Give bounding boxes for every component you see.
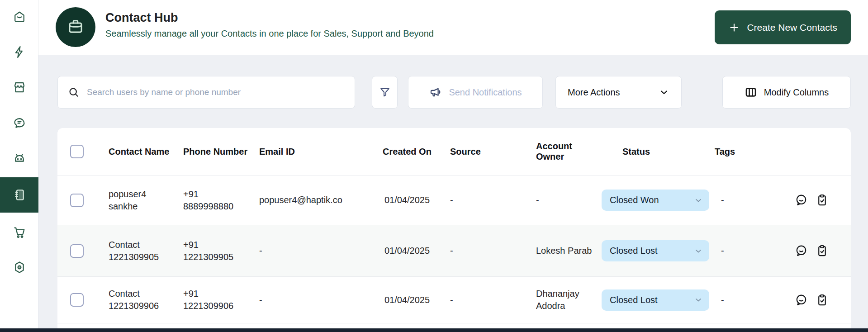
more-actions-dropdown[interactable]: More Actions	[555, 76, 682, 109]
bottom-edge-bar	[0, 328, 868, 332]
status-label: Closed Lost	[610, 295, 658, 305]
chat-action-icon[interactable]	[795, 244, 808, 257]
source-cell: -	[450, 195, 536, 205]
page-subtitle: Seamlessly manage all your Contacts in o…	[105, 28, 434, 39]
chevron-down-icon	[659, 87, 669, 98]
email-cell: popuser4@haptik.co	[259, 195, 364, 205]
table-row: Contact1221309906 +911221309906 - 01/04/…	[57, 277, 851, 323]
clipboard-action-icon[interactable]	[816, 194, 829, 207]
row-actions	[761, 194, 851, 207]
status-select[interactable]: Closed Lost	[602, 240, 709, 261]
chat-bubble-icon	[13, 116, 26, 130]
chat-action-icon[interactable]	[795, 194, 808, 207]
account-owner-cell: -	[536, 194, 602, 206]
column-header-phone-number: Phone Number	[183, 147, 259, 157]
column-header-contact-name: Contact Name	[109, 147, 183, 157]
chevron-down-icon	[694, 247, 703, 256]
robot-icon	[13, 152, 26, 165]
plus-icon	[728, 22, 740, 33]
contact-hub-avatar	[56, 7, 95, 47]
column-header-account-owner: Account Owner	[536, 141, 602, 162]
clipboard-action-icon[interactable]	[816, 244, 829, 257]
lightning-icon	[13, 45, 26, 59]
row-checkbox[interactable]	[70, 244, 84, 258]
search-bar[interactable]	[57, 76, 355, 109]
modify-columns-button[interactable]: Modify Columns	[722, 76, 851, 109]
tags-cell: -	[715, 246, 761, 256]
contact-name-cell: popuser4sankhe	[109, 188, 183, 213]
contacts-table: Contact Name Phone Number Email ID Creat…	[57, 128, 851, 332]
search-icon	[68, 86, 80, 98]
created-on-cell: 01/04/2025	[364, 246, 450, 256]
more-actions-label: More Actions	[568, 87, 620, 98]
source-cell: -	[450, 295, 536, 305]
sidebar-item-automation[interactable]	[0, 39, 38, 65]
column-header-tags: Tags	[715, 147, 761, 157]
chevron-down-icon	[694, 295, 703, 304]
send-notifications-label: Send Notifications	[449, 87, 522, 98]
source-cell: -	[450, 246, 536, 256]
status-label: Closed Won	[610, 195, 659, 205]
contacts-book-icon	[12, 188, 27, 202]
sidebar	[0, 0, 38, 332]
sidebar-item-store[interactable]	[0, 74, 38, 100]
tags-cell: -	[715, 295, 761, 305]
contact-name-cell: Contact1221309905	[109, 239, 183, 263]
cart-icon	[13, 225, 26, 239]
sidebar-item-chats[interactable]	[0, 110, 38, 136]
column-header-status: Status	[602, 147, 715, 157]
filter-button[interactable]	[372, 76, 398, 109]
page-header: Contact Hub Seamlessly manage all your C…	[38, 0, 868, 55]
filter-funnel-icon	[379, 86, 391, 99]
status-label: Closed Lost	[610, 246, 658, 256]
table-header-row: Contact Name Phone Number Email ID Creat…	[57, 128, 851, 175]
columns-icon	[745, 86, 757, 99]
modify-columns-label: Modify Columns	[764, 87, 829, 98]
sidebar-item-bot[interactable]	[0, 145, 38, 171]
email-cell: -	[259, 295, 364, 305]
send-notifications-button[interactable]: Send Notifications	[408, 76, 543, 109]
storefront-icon	[13, 81, 26, 94]
chat-action-icon[interactable]	[795, 294, 808, 307]
account-owner-cell: Lokesh Parab	[536, 245, 602, 257]
created-on-cell: 01/04/2025	[364, 295, 450, 305]
clipboard-action-icon[interactable]	[816, 294, 829, 307]
phone-cell: +911221309905	[183, 239, 259, 263]
status-select[interactable]: Closed Won	[602, 190, 709, 211]
sidebar-item-settings[interactable]	[0, 254, 38, 280]
search-input[interactable]	[87, 87, 345, 97]
row-actions	[761, 244, 851, 257]
home-icon	[13, 10, 26, 24]
settings-hexagon-icon	[13, 261, 26, 274]
table-row: Contact1221309905 +911221309905 - 01/04/…	[57, 225, 851, 277]
row-checkbox[interactable]	[70, 293, 84, 307]
select-all-checkbox[interactable]	[70, 145, 84, 158]
row-actions	[761, 294, 851, 307]
create-new-contacts-button[interactable]: Create New Contacts	[715, 10, 851, 44]
status-select[interactable]: Closed Lost	[602, 289, 709, 311]
briefcase-icon	[66, 17, 85, 38]
contact-name-cell: Contact1221309906	[109, 288, 183, 312]
column-header-created-on: Created On	[364, 147, 450, 157]
sidebar-item-home[interactable]	[0, 4, 38, 30]
page-title: Contact Hub	[105, 11, 178, 25]
column-header-source: Source	[450, 147, 536, 157]
tags-cell: -	[715, 195, 761, 205]
created-on-cell: 01/04/2025	[364, 195, 450, 205]
sidebar-item-commerce[interactable]	[0, 219, 38, 245]
email-cell: -	[259, 246, 364, 256]
megaphone-icon	[429, 85, 442, 99]
column-header-email-id: Email ID	[259, 147, 364, 157]
sidebar-item-contacts[interactable]	[0, 177, 38, 213]
row-checkbox[interactable]	[70, 194, 84, 207]
account-owner-cell: DhananjayAdodra	[536, 288, 602, 312]
table-row: popuser4sankhe +918889998880 popuser4@ha…	[57, 175, 851, 225]
phone-cell: +918889998880	[183, 188, 259, 213]
create-button-label: Create New Contacts	[747, 22, 837, 33]
chevron-down-icon	[694, 196, 703, 205]
phone-cell: +911221309906	[183, 288, 259, 312]
